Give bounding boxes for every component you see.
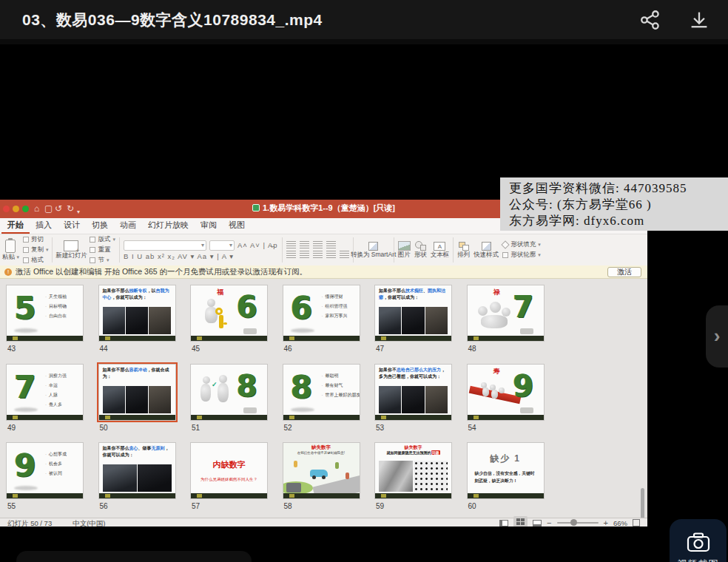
zoom-slider[interactable] (557, 522, 599, 524)
slide-footer-bar (375, 493, 451, 498)
slide-footer-bar (191, 336, 267, 341)
slide-thumbnail-53[interactable]: 如果你不总给自己那么大的压力，多为自己着想，你就可以成为： (374, 364, 452, 421)
watermark-line-1: 更多国学资料微信: 447039585 (509, 180, 728, 197)
shape-format-group: 形状填充 ▾ 形状轮廓 ▾ (502, 240, 541, 260)
slide-thumbnail-55[interactable]: 9 ·心想事成·机会多·被认同 (6, 442, 84, 499)
photo (402, 386, 424, 413)
shape-fill-button[interactable]: 形状填充 ▾ (502, 240, 541, 249)
next-page-button[interactable]: › (706, 305, 728, 368)
clipboard-group: 剪切 复制 ▾ 格式 (23, 235, 49, 265)
slide-number-label: 57 (192, 502, 200, 510)
share-icon[interactable] (639, 9, 661, 31)
figure-illustration (207, 299, 215, 307)
fit-to-window-icon[interactable] (633, 519, 640, 527)
slide-thumbnail-57[interactable]: 内缺数字 为什么兄弟姐妹截然不同人生？ (190, 442, 268, 499)
slide-thumbnail-50[interactable]: 如果你不那么容易冲动，你就会成为： (98, 364, 176, 421)
slide-thumbnail-54[interactable]: 寿 9 (467, 364, 545, 421)
green-number: 8 (230, 365, 264, 407)
bullet-item: ·目标明确 (45, 302, 81, 311)
bullet-item: ·心想事成 (45, 450, 81, 459)
slide-bullets: ·洞察力强·幸运·人脉·贵人多 (45, 371, 81, 410)
green-number: 8 (285, 365, 319, 410)
bullet-item: ·机会多 (45, 459, 81, 469)
slide-thumbnail-56[interactable]: 如果你不那么贪心、做事无原则，你就可以成为： (98, 442, 176, 499)
slide-thumbnail-59[interactable]: 缺失数字 就如同健康隐患无法预测的问题 (374, 442, 452, 499)
font-style-buttons[interactable]: B I U ab x² x₂ AV ▾ Aa ▾ | A ▾ (124, 252, 278, 260)
paste-button[interactable]: 粘贴 ▾ (2, 240, 19, 261)
format-painter-button[interactable]: 格式 (23, 256, 49, 265)
slide-title: 缺失数字 (283, 444, 360, 451)
new-slide-button[interactable]: 新建幻灯片 (56, 240, 86, 260)
activation-bar: ! 激活 Office 以创建和编辑 开始 Office 365 的一个月免费试… (0, 265, 647, 279)
slide-thumbnail-47[interactable]: 如果你不那么技术痴狂、固执和洁癖，你就可以成为： (374, 285, 452, 342)
font-size-dropdown[interactable] (209, 240, 235, 251)
cartoon-rock (286, 483, 301, 492)
picture-button[interactable]: 图片 (398, 241, 411, 259)
cut-button[interactable]: 剪切 (23, 235, 49, 244)
watermark-line-3: 东方易学网: dfyx6.com (509, 213, 728, 229)
ribbon-divider (353, 237, 354, 263)
ribbon-tab-动画[interactable]: 动画 (114, 217, 142, 234)
small-gray-label (520, 328, 533, 334)
slide-thumbnail-43[interactable]: 5 ·天生领袖·目标明确·自由自在 (6, 285, 84, 342)
zoom-slider-knob[interactable] (570, 519, 577, 526)
zoom-percentage[interactable]: 66% (613, 519, 627, 527)
small-gray-label (243, 328, 257, 334)
shapes-button[interactable]: 形状 (414, 241, 427, 259)
normal-view-icon[interactable] (499, 520, 508, 527)
font-name-dropdown[interactable] (124, 240, 206, 251)
slide-thumbnail-49[interactable]: 7 ·洞察力强·幸运·人脉·贵人多 (6, 364, 84, 421)
reset-button[interactable]: 重置 (90, 246, 115, 254)
section-button[interactable]: 节 ▾ (90, 256, 115, 265)
slide-thumbnail-51[interactable]: ✓8 (190, 364, 268, 421)
ribbon-tab-切换[interactable]: 切换 (86, 217, 114, 234)
ribbon-tab-设计[interactable]: 设计 (58, 217, 86, 234)
layout-button[interactable]: 版式 ▾ (90, 235, 115, 244)
language-indicator[interactable]: 中文(中国) (73, 519, 105, 527)
caret-icon: ▾ (112, 237, 115, 243)
slide-number-label: 58 (284, 502, 292, 510)
header-separator (0, 39, 728, 44)
activate-button[interactable]: 激活 (607, 267, 641, 277)
textbox-button[interactable]: A 文本框 (431, 242, 450, 259)
caret-icon: ▾ (107, 257, 109, 263)
ribbon-tab-幻灯片放映[interactable]: 幻灯片放映 (142, 217, 195, 234)
list-buttons[interactable] (286, 241, 349, 249)
download-icon[interactable] (688, 9, 710, 31)
font-group: A˄ A˅ | A̶p B I U ab x² x₂ AV ▾ Aa ▾ | A… (124, 240, 278, 260)
align-buttons[interactable] (286, 251, 349, 259)
zoom-in-button[interactable]: + (604, 519, 608, 527)
ribbon-tab-视图[interactable]: 视图 (223, 217, 251, 234)
slideshow-view-icon[interactable] (533, 520, 542, 527)
slide-sorter-view-icon[interactable] (513, 516, 528, 527)
photo (379, 386, 401, 413)
ribbon-divider (282, 237, 283, 263)
slide-thumbnail-58[interactable]: 缺失数字 在我们生命中很不足够时藏隐患! (283, 442, 360, 499)
slide-thumbnail-44[interactable]: 如果你不那么独断专权，以自我为中心，你就可以成为： (98, 285, 176, 342)
slide-quote: 如果你不那么技术痴狂、固执和洁癖，你就可以成为： (379, 288, 449, 301)
shape-outline-button[interactable]: 形状轮廓 ▾ (502, 251, 541, 260)
quick-styles-button[interactable]: 快速样式 (473, 242, 499, 259)
ribbon-tab-插入[interactable]: 插入 (30, 217, 58, 234)
ribbon-divider (119, 237, 120, 263)
slide-footer-bar (7, 336, 83, 341)
slide-thumbnail-48[interactable]: 禄 7 (467, 285, 545, 342)
font-size-buttons[interactable]: A˄ A˅ | A̶p (237, 241, 278, 249)
green-number: 7 (8, 365, 42, 410)
photo-strip (379, 307, 448, 334)
new-slide-icon (64, 240, 78, 251)
zoom-out-button[interactable]: − (547, 519, 551, 527)
slide-thumbnail-46[interactable]: 6 ·懂得理财·组织管理强·家和万事兴 (283, 285, 360, 342)
smartart-button[interactable]: 转换为 SmartArt (357, 242, 390, 259)
screenshot-button[interactable]: 视频截图 (670, 519, 727, 562)
copy-button[interactable]: 复制 ▾ (23, 246, 49, 254)
arrange-button[interactable]: 排列 (457, 242, 470, 259)
slide-quote: 如果你不那么容易冲动，你就会成为： (103, 367, 173, 380)
quick-styles-icon (482, 242, 491, 251)
slide-quote: 如果你不总给自己那么大的压力，多为自己着想，你就可以成为： (379, 367, 449, 380)
slide-thumbnail-45[interactable]: 福 6 (190, 285, 268, 342)
slide-thumbnail-60[interactable]: 缺少 1 缺少自信，没有安全感，关键时刻迟疑，缺乏决断力！ (467, 442, 545, 499)
ribbon-tab-开始[interactable]: 开始 (1, 217, 30, 234)
slide-thumbnail-52[interactable]: 8 ·最聪明·最有财气·世界上最好的朋友 (283, 364, 360, 421)
ribbon-tab-审阅[interactable]: 审阅 (195, 217, 223, 234)
